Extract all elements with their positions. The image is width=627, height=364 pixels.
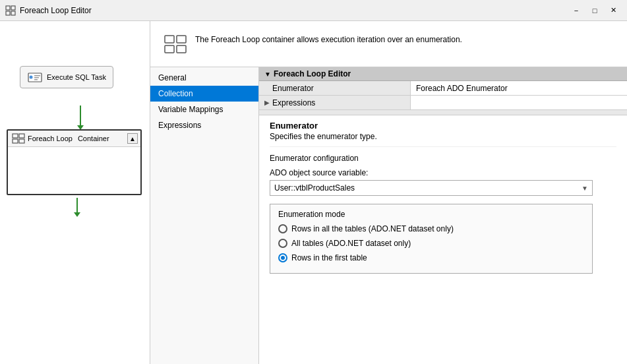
ado-source-dropdown[interactable]: User::vtblProductSales ▼	[270, 180, 593, 196]
svg-rect-12	[19, 139, 24, 143]
enum-subtitle: Specifies the enumerator type.	[270, 132, 616, 147]
radio-circle-all-tables	[278, 239, 287, 248]
nav-item-expressions[interactable]: Expressions	[150, 117, 258, 133]
connector-line-1	[80, 106, 81, 125]
title-bar-title: Foreach Loop Editor	[20, 6, 568, 15]
section-divider	[259, 110, 627, 115]
nav-item-collection[interactable]: Collection	[150, 86, 258, 102]
svg-rect-8	[34, 79, 38, 80]
enumerator-section: Enumerator Specifies the enumerator type…	[259, 115, 627, 364]
radio-label-rows-first: Rows in the first table	[291, 253, 367, 262]
minimize-button[interactable]: −	[568, 4, 585, 17]
nav-item-general[interactable]: General	[150, 70, 258, 86]
foreach-loop-label2: Container	[78, 135, 109, 142]
prop-name-expressions: ▶ Expressions	[259, 96, 411, 109]
connector-1	[77, 106, 84, 130]
enum-mode-box: Enumeration mode Rows in all the tables …	[270, 204, 593, 274]
ado-source-label: ADO object source variable:	[270, 168, 616, 177]
maximize-button[interactable]: □	[586, 4, 603, 17]
foreach-loop-label: Foreach Loop	[28, 135, 73, 142]
canvas-area: Execute SQL Task Foreach Loop Container	[0, 21, 150, 364]
nav-panel: General Collection Variable Mappings Exp…	[150, 67, 259, 364]
svg-rect-10	[19, 134, 24, 138]
prop-row-expressions: ▶ Expressions	[259, 96, 627, 110]
dropdown-arrow-icon: ▼	[582, 185, 588, 192]
svg-rect-11	[13, 139, 18, 143]
nav-item-variable-mappings[interactable]: Variable Mappings	[150, 102, 258, 117]
svg-rect-7	[34, 77, 39, 78]
enum-title: Enumerator	[270, 121, 616, 131]
svg-rect-13	[165, 36, 174, 43]
prop-name-enumerator: Enumerator	[259, 81, 411, 95]
radio-rows-first[interactable]: Rows in the first table	[278, 253, 584, 262]
title-bar-controls: − □ ✕	[568, 4, 622, 17]
prop-value-expressions[interactable]	[411, 96, 627, 109]
radio-label-all-tables: All tables (ADO.NET dataset only)	[291, 239, 411, 248]
editor-body: General Collection Variable Mappings Exp…	[150, 67, 627, 364]
prop-value-enumerator[interactable]: Foreach ADO Enumerator	[411, 81, 627, 95]
svg-rect-0	[6, 6, 10, 10]
ado-source-group: ADO object source variable: User::vtblPr…	[270, 168, 616, 196]
properties-panel: ▼ Foreach Loop Editor Enumerator Foreach…	[259, 67, 627, 364]
svg-rect-14	[177, 36, 186, 43]
main-content: Execute SQL Task Foreach Loop Container	[0, 21, 627, 364]
radio-circle-rows-all	[278, 224, 287, 233]
ado-source-value: User::vtblProductSales	[274, 183, 355, 193]
radio-circle-rows-first	[278, 253, 287, 262]
prop-tree-title: Foreach Loop Editor	[274, 69, 351, 78]
enum-mode-title: Enumeration mode	[278, 210, 584, 219]
svg-rect-3	[11, 11, 15, 15]
svg-rect-6	[34, 75, 40, 76]
connector-2	[74, 198, 80, 217]
description-section: The Foreach Loop container allows execut…	[150, 21, 627, 67]
connector-line-2	[76, 198, 78, 212]
svg-rect-15	[165, 46, 174, 53]
connector-arrow-2	[74, 212, 80, 217]
foreach-loop-header: Foreach Loop Container	[8, 131, 140, 147]
enum-config-title: Enumerator configuration	[270, 154, 616, 163]
title-bar-icon	[5, 5, 16, 16]
execute-sql-icon	[27, 71, 43, 84]
execute-sql-label: Execute SQL Task	[47, 73, 106, 81]
radio-rows-all[interactable]: Rows in all the tables (ADO.NET dataset …	[278, 224, 584, 233]
svg-rect-9	[13, 134, 18, 138]
svg-rect-16	[177, 46, 186, 53]
execute-sql-box[interactable]: Execute SQL Task	[20, 66, 113, 88]
execute-sql-node[interactable]: Execute SQL Task	[20, 66, 113, 88]
svg-point-5	[30, 76, 33, 79]
foreach-loop-container[interactable]: Foreach Loop Container ▲	[7, 129, 142, 195]
radio-label-rows-all: Rows in all the tables (ADO.NET dataset …	[291, 224, 454, 233]
svg-rect-2	[6, 11, 10, 15]
expressions-expand-icon[interactable]: ▶	[264, 99, 270, 106]
tree-collapse-icon: ▼	[264, 71, 271, 78]
expand-button[interactable]: ▲	[127, 133, 138, 144]
close-button[interactable]: ✕	[605, 4, 622, 17]
radio-dot-rows-first	[281, 256, 285, 260]
svg-rect-1	[11, 6, 15, 10]
editor-panel: The Foreach Loop container allows execut…	[150, 21, 627, 364]
desc-icon	[164, 32, 187, 55]
prop-row-enumerator: Enumerator Foreach ADO Enumerator	[259, 81, 627, 96]
prop-tree-header: ▼ Foreach Loop Editor	[259, 67, 627, 81]
radio-all-tables[interactable]: All tables (ADO.NET dataset only)	[278, 239, 584, 248]
title-bar: Foreach Loop Editor − □ ✕	[0, 0, 627, 21]
description-text: The Foreach Loop container allows execut…	[195, 32, 462, 46]
